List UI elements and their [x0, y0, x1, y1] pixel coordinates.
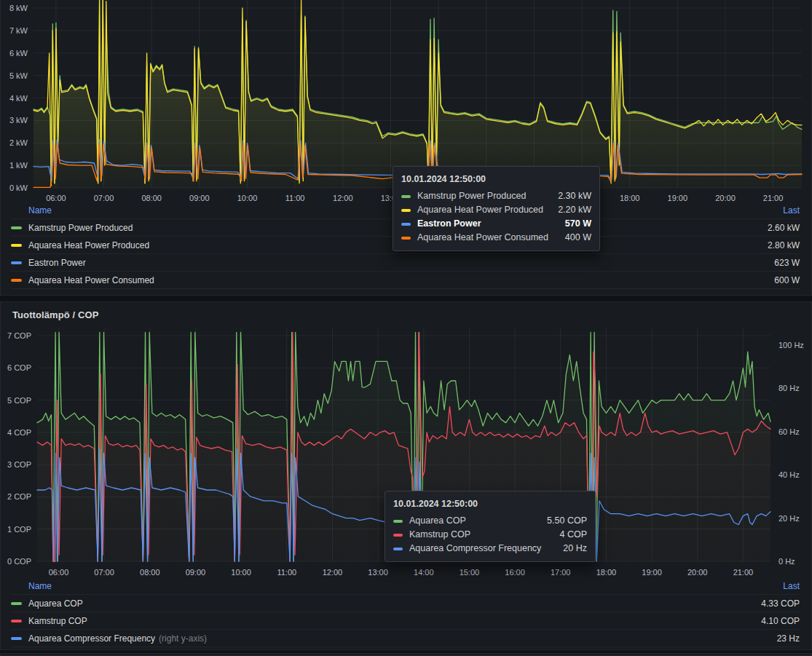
tooltip-series-name: Aquarea Compressor Frequency: [409, 542, 541, 556]
series-color-swatch: [401, 195, 411, 198]
svg-text:40 Hz: 40 Hz: [779, 470, 800, 479]
cop-legend-header: Name Last: [11, 578, 800, 595]
svg-text:3 kW: 3 kW: [9, 116, 28, 125]
series-label[interactable]: Aquarea Heat Power Consumed: [28, 275, 774, 285]
legend-last-header[interactable]: Last: [783, 581, 800, 591]
series-label[interactable]: Aquarea Compressor Frequency(right y-axi…: [28, 633, 777, 644]
svg-text:15:00: 15:00: [460, 568, 480, 577]
series-color-swatch: [11, 279, 22, 282]
tooltip-timestamp: 10.01.2024 12:50:00: [401, 173, 591, 186]
series-color-swatch: [11, 226, 22, 229]
svg-text:6 COP: 6 COP: [7, 363, 31, 372]
tooltip-series-value: 570 W: [555, 217, 591, 231]
series-last-value: 4.33 COP: [761, 598, 800, 609]
svg-text:4 kW: 4 kW: [9, 94, 28, 103]
series-last-value: 600 W: [774, 275, 800, 285]
cop-panel: Tuottolämpö / COP 0 COP1 COP2 COP3 COP4 …: [0, 301, 812, 650]
legend-row-aquarea-cop[interactable]: Aquarea COP 4.33 COP: [11, 595, 800, 612]
legend-row-aquarea-compressor-frequency[interactable]: Aquarea Compressor Frequency(right y-axi…: [11, 630, 800, 647]
tooltip-series-value: 2.20 kW: [548, 203, 591, 217]
svg-text:09:00: 09:00: [189, 194, 210, 202]
svg-text:08:00: 08:00: [140, 568, 160, 577]
svg-text:80 Hz: 80 Hz: [779, 384, 800, 392]
tooltip-series-name: Eastron Power: [417, 217, 481, 231]
tooltip-row: Aquarea COP 5.50 COP: [393, 514, 587, 528]
tooltip-series-value: 4 COP: [549, 528, 587, 542]
power-tooltip: 10.01.2024 12:50:00 Kamstrup Power Produ…: [393, 166, 600, 251]
svg-text:14:00: 14:00: [414, 568, 434, 577]
legend-row-eastron-power[interactable]: Eastron Power 623 W: [11, 254, 800, 272]
svg-text:11:00: 11:00: [277, 568, 296, 577]
svg-text:10:00: 10:00: [237, 194, 258, 202]
svg-text:20:00: 20:00: [687, 568, 708, 577]
svg-text:2 kW: 2 kW: [9, 138, 28, 147]
tooltip-series-value: 20 Hz: [553, 542, 587, 556]
tooltip-series-value: 5.50 COP: [537, 514, 587, 528]
right-y-axis-note: (right y-axis): [159, 633, 207, 644]
series-color-swatch: [401, 223, 411, 226]
legend-name-header[interactable]: Name: [28, 581, 52, 591]
tooltip-row: Kamstrup COP 4 COP: [393, 528, 587, 542]
panel-title[interactable]: Tuottolämpö / COP: [1, 302, 811, 323]
series-last-value: 2.80 kW: [768, 240, 800, 250]
svg-text:1 COP: 1 COP: [7, 525, 31, 534]
series-last-value: 2.60 kW: [768, 223, 800, 233]
tooltip-series-name: Kamstrup Power Produced: [417, 189, 526, 203]
series-color-swatch: [393, 520, 403, 523]
svg-text:100 Hz: 100 Hz: [779, 341, 804, 349]
series-color-swatch: [11, 637, 22, 640]
tooltip-row: Aquarea Compressor Frequency 20 Hz: [393, 542, 587, 556]
legend-name-header[interactable]: Name: [28, 205, 52, 216]
series-label[interactable]: Kamstrup COP: [28, 616, 761, 626]
svg-text:07:00: 07:00: [94, 568, 114, 577]
series-last-value: 623 W: [774, 258, 800, 268]
tooltip-row: Aquarea Heat Power Produced 2.20 kW: [401, 203, 591, 217]
next-panel-edge: [0, 653, 812, 656]
tooltip-series-name: Kamstrup COP: [409, 528, 470, 542]
series-label[interactable]: Eastron Power: [28, 258, 774, 268]
tooltip-row: Aquarea Heat Power Consumed 400 W: [401, 231, 591, 245]
tooltip-row: Kamstrup Power Produced 2.30 kW: [401, 189, 591, 203]
svg-text:08:00: 08:00: [141, 194, 162, 202]
tooltip-series-name: Aquarea Heat Power Consumed: [417, 231, 548, 245]
svg-text:13:00: 13:00: [368, 568, 388, 577]
svg-text:07:00: 07:00: [94, 194, 114, 202]
svg-text:18:00: 18:00: [596, 568, 617, 577]
series-color-swatch: [401, 209, 411, 212]
svg-text:0 kW: 0 kW: [9, 183, 28, 192]
tooltip-series-name: Aquarea Heat Power Produced: [417, 203, 543, 217]
svg-text:4 COP: 4 COP: [7, 428, 31, 437]
svg-text:20:00: 20:00: [715, 194, 736, 202]
tooltip-series-name: Aquarea COP: [409, 514, 466, 528]
legend-last-header[interactable]: Last: [783, 205, 800, 216]
series-color-swatch: [11, 620, 22, 623]
power-panel: 0 kW1 kW2 kW3 kW4 kW5 kW6 kW7 kW8 kW06:0…: [0, 0, 812, 296]
legend-row-kamstrup-cop[interactable]: Kamstrup COP 4.10 COP: [11, 612, 800, 630]
svg-text:19:00: 19:00: [642, 568, 662, 577]
series-color-swatch: [393, 548, 403, 550]
legend-row-aquarea-heat-power-consumed[interactable]: Aquarea Heat Power Consumed 600 W: [11, 272, 800, 289]
svg-text:16:00: 16:00: [505, 568, 525, 577]
tooltip-series-value: 400 W: [555, 231, 591, 245]
svg-text:0 COP: 0 COP: [7, 557, 31, 566]
svg-text:3 COP: 3 COP: [7, 460, 31, 469]
series-label[interactable]: Aquarea COP: [28, 598, 761, 609]
svg-text:60 Hz: 60 Hz: [779, 427, 800, 436]
series-last-value: 23 Hz: [777, 633, 800, 644]
svg-text:06:00: 06:00: [46, 194, 66, 202]
series-color-swatch: [401, 237, 411, 240]
series-color-swatch: [11, 602, 22, 605]
tooltip-timestamp: 10.01.2024 12:50:00: [393, 498, 587, 510]
svg-text:1 kW: 1 kW: [9, 161, 28, 170]
svg-text:8 kW: 8 kW: [9, 4, 28, 12]
svg-text:7 COP: 7 COP: [7, 331, 31, 340]
series-color-swatch: [11, 244, 22, 247]
svg-text:18:00: 18:00: [620, 194, 640, 202]
series-color-swatch: [11, 261, 22, 264]
svg-text:0 Hz: 0 Hz: [779, 557, 795, 566]
series-last-value: 4.10 COP: [761, 616, 800, 626]
cop-tooltip: 10.01.2024 12:50:00 Aquarea COP 5.50 COP…: [385, 491, 596, 562]
svg-text:2 COP: 2 COP: [7, 492, 31, 501]
tooltip-series-value: 2.30 kW: [548, 189, 591, 203]
series-color-swatch: [393, 534, 403, 537]
